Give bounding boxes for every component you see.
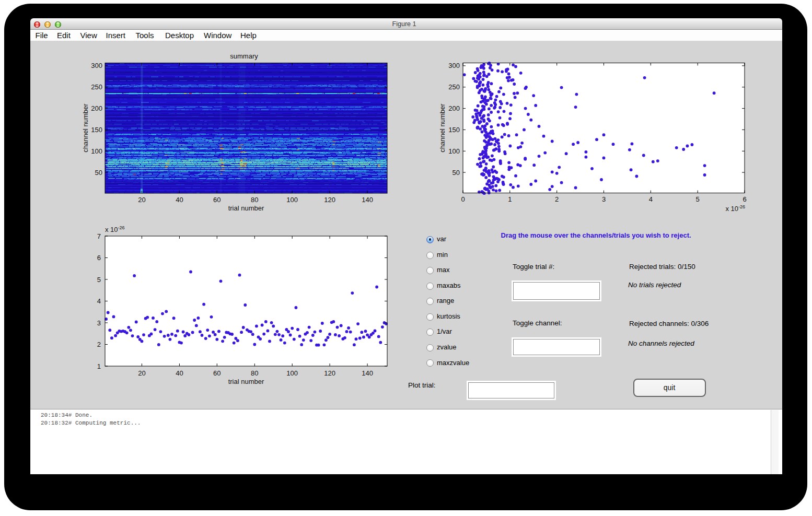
svg-text:x 10-26: x 10-26 (105, 225, 125, 233)
svg-text:40: 40 (176, 369, 183, 377)
svg-text:trial number: trial number (228, 378, 264, 385)
svg-text:50: 50 (95, 169, 102, 177)
svg-text:5: 5 (97, 276, 101, 284)
svg-text:140: 140 (362, 369, 373, 377)
svg-text:200: 200 (91, 104, 102, 112)
svg-text:20: 20 (138, 369, 145, 377)
svg-text:summary: summary (230, 52, 258, 60)
svg-text:60: 60 (213, 369, 221, 377)
svg-text:4: 4 (649, 195, 653, 203)
svg-text:200: 200 (448, 104, 460, 112)
svg-text:6: 6 (97, 254, 101, 262)
svg-text:60: 60 (213, 196, 221, 204)
svg-text:100: 100 (448, 147, 460, 155)
svg-text:250: 250 (448, 83, 460, 91)
svg-text:channel number: channel number (438, 103, 446, 153)
svg-text:250: 250 (91, 83, 102, 91)
svg-text:trial number: trial number (228, 204, 264, 212)
svg-text:2: 2 (555, 195, 559, 203)
svg-text:140: 140 (362, 196, 373, 204)
svg-text:150: 150 (448, 126, 460, 134)
svg-text:20: 20 (138, 196, 145, 204)
svg-text:120: 120 (324, 369, 335, 377)
svg-text:1: 1 (97, 362, 101, 370)
svg-text:300: 300 (91, 62, 102, 69)
svg-text:3: 3 (97, 319, 101, 327)
svg-text:4: 4 (97, 297, 101, 305)
svg-text:300: 300 (448, 62, 460, 69)
svg-text:100: 100 (286, 196, 298, 204)
svg-text:channel number: channel number (82, 103, 89, 153)
svg-text:0: 0 (461, 195, 465, 203)
svg-text:1: 1 (508, 195, 512, 203)
svg-text:6: 6 (743, 195, 746, 203)
svg-text:7: 7 (97, 232, 101, 240)
svg-text:80: 80 (251, 196, 258, 204)
svg-text:150: 150 (91, 126, 102, 134)
svg-text:50: 50 (453, 169, 460, 177)
svg-text:5: 5 (696, 195, 700, 203)
svg-text:3: 3 (602, 195, 606, 203)
svg-text:x 10-26: x 10-26 (725, 204, 745, 213)
svg-text:80: 80 (251, 369, 258, 377)
svg-text:40: 40 (176, 196, 183, 204)
svg-text:120: 120 (324, 196, 335, 204)
svg-text:2: 2 (97, 341, 101, 348)
svg-text:100: 100 (286, 369, 298, 377)
svg-text:100: 100 (91, 147, 102, 155)
